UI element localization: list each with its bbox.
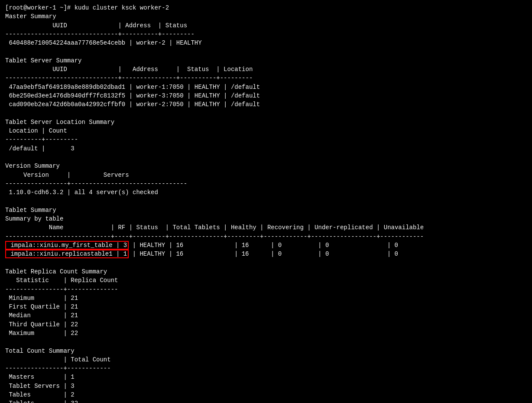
table-row-2: impala::xiniu.replicastable1 | 1 | HEALT… (5, 250, 398, 258)
tablet-server-divider: -------------------------------+--------… (5, 75, 253, 81)
tablet-server-row-2: 6be250ed3ee1476db940dff7fc8132f5 | worke… (5, 92, 260, 99)
version-row: 1.10.0-cdh6.3.2 | all 4 server(s) checke… (5, 189, 158, 196)
prompt-line: [root@worker-1 ~]# kudu cluster ksck wor… (5, 4, 169, 11)
table-row-2-highlight: impala::xiniu.replicastable1 | 1 (5, 250, 129, 258)
master-summary-header: Master Summary (5, 13, 56, 20)
total-count-row-2: Tablet Servers | 3 (5, 383, 75, 390)
location-divider: ----------+--------- (5, 136, 78, 143)
total-count-row-1: Masters | 1 (5, 374, 75, 380)
statistic-row-2: First Quartile | 21 (5, 303, 78, 310)
replica-count-header: Tablet Replica Count Summary (5, 268, 107, 275)
tablet-server-row-3: cad090eb2ea742d6b0a0a42992cffbf0 | worke… (5, 101, 260, 108)
table-header: Name | RF | Status | Total Tablets | Hea… (5, 224, 424, 231)
total-count-header: Total Count Summary (5, 348, 75, 354)
statistic-row-5: Maximum | 22 (5, 330, 78, 337)
total-count-divider: ----------------+------------ (5, 365, 111, 372)
master-row: 640488e710054224aaa77768e5e4cebb | worke… (5, 39, 202, 46)
table-divider: -----------------------------+----+-----… (5, 233, 424, 240)
location-header: Location | Count (5, 127, 67, 134)
statistic-row-1: Minimum | 21 (5, 295, 78, 302)
terminal-output: [root@worker-1 ~]# kudu cluster ksck wor… (5, 3, 527, 403)
master-table-header: UUID | Address | Status (5, 22, 187, 29)
version-summary-header: Version Summary (5, 162, 60, 169)
version-header: Version | Servers (5, 172, 129, 179)
tablet-server-summary-header: Tablet Server Summary (5, 57, 81, 64)
location-row: /default | 3 (5, 145, 75, 152)
statistic-row-3: Median | 21 (5, 312, 78, 319)
terminal: [root@worker-1 ~]# kudu cluster ksck wor… (5, 3, 527, 403)
table-row-1-highlight: impala::xiniu.my_first_table | 3 (5, 241, 129, 250)
tablet-server-row-1: 47aa9ebf5af649189a8e889db02dbad1 | worke… (5, 84, 260, 91)
statistic-header: Statistic | Replica Count (5, 277, 118, 284)
version-divider: -----------------+----------------------… (5, 180, 187, 187)
summary-by-table: Summary by table (5, 215, 63, 222)
table-row-1: impala::xiniu.my_first_table | 3 | HEALT… (5, 241, 398, 250)
master-table-divider: -------------------------------+--------… (5, 31, 195, 38)
tablet-summary-header: Tablet Summary (5, 207, 56, 214)
total-count-col-header: | Total Count (5, 356, 111, 363)
tablet-server-location-header: Tablet Server Location Summary (5, 119, 114, 126)
statistic-row-4: Third Quartile | 22 (5, 321, 78, 328)
tablet-server-header: UUID | Address | Status | Location (5, 66, 253, 73)
total-count-row-4: Tablets | 32 (5, 400, 78, 403)
statistic-divider: ----------------+-------------- (5, 286, 118, 293)
total-count-row-3: Tables | 2 (5, 391, 75, 398)
